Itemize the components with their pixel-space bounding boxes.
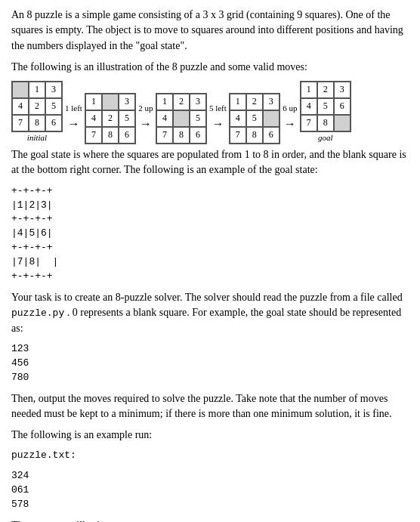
- s3-cell-1: 2: [246, 94, 263, 110]
- step2-grid: 1 2 3 4 5 7 8 6: [156, 93, 207, 144]
- puzzle-illustration: 1 3 4 2 5 7 8 6 initial 1 left → 1 3 4 2…: [11, 81, 409, 144]
- cell-2: 3: [45, 82, 62, 98]
- task-text-1: Your task is to create an 8-puzzle solve…: [11, 292, 403, 303]
- move1-label: 1 left: [65, 103, 82, 115]
- s3-cell-6: 7: [230, 127, 246, 144]
- g-cell-0: 1: [301, 82, 317, 98]
- following-text: The following is an illustration of the …: [11, 60, 409, 75]
- initial-grid-container: 1 3 4 2 5 7 8 6 initial: [11, 81, 63, 144]
- s2-cell-3: 4: [156, 110, 173, 127]
- g-cell-7: 8: [317, 115, 334, 131]
- s2-cell-5: 5: [190, 110, 206, 127]
- s3-cell-5: [263, 110, 279, 127]
- s1-cell-8: 6: [119, 127, 135, 144]
- s1-cell-3: 4: [85, 110, 102, 127]
- move3-label: 5 left: [209, 103, 227, 115]
- s3-cell-3: 4: [230, 110, 246, 127]
- move2-label: 2 up: [138, 103, 153, 115]
- step3-grid-container: 1 2 3 4 5 7 8 6: [229, 93, 280, 144]
- intro-paragraph-2: The following is an illustration of the …: [11, 60, 409, 75]
- following-section: The following is an example run:: [11, 428, 409, 443]
- cell-5: 5: [45, 98, 62, 115]
- initial-grid: 1 3 4 2 5 7 8 6: [11, 81, 63, 132]
- goal-example-section: 123 456 780: [11, 342, 409, 385]
- s2-cell-2: 3: [190, 94, 206, 110]
- move2-arrow: 2 up →: [138, 103, 153, 132]
- s1-cell-7: 8: [102, 127, 119, 144]
- g-cell-5: 6: [334, 98, 351, 115]
- input-example-section: 324 061 578: [11, 469, 409, 512]
- task-text-2: . 0 represents a blank square. For examp…: [11, 307, 401, 334]
- goal-example-code: 123 456 780: [11, 342, 409, 385]
- intro-text-1: An 8 puzzle is a simple game consisting …: [11, 8, 409, 54]
- cell-3: 4: [12, 98, 29, 115]
- s1-cell-0: 1: [85, 94, 102, 110]
- s2-cell-6: 7: [156, 127, 173, 144]
- goal-grid-container: 1 2 3 4 5 6 7 8 goal: [300, 81, 351, 144]
- s2-cell-0: 1: [156, 94, 173, 110]
- cell-6: 7: [12, 115, 29, 131]
- step3-grid: 1 2 3 4 5 7 8 6: [229, 93, 280, 144]
- input-file-label: puzzle.txt:: [11, 449, 409, 463]
- task-filename: puzzle.py: [11, 307, 64, 319]
- move4-label: 6 up: [283, 103, 297, 115]
- program-print-text: The program will print:: [11, 518, 409, 522]
- task-text: Your task is to create an 8-puzzle solve…: [11, 290, 409, 336]
- arrow2-icon: →: [140, 115, 152, 132]
- s1-cell-2: 3: [119, 94, 135, 110]
- output-paragraph: Then, output the moves required to solve…: [11, 391, 409, 422]
- cell-4: 2: [29, 98, 45, 115]
- task-section: Your task is to create an 8-puzzle solve…: [11, 290, 409, 336]
- s3-cell-4: 5: [246, 110, 263, 127]
- s3-cell-7: 8: [246, 127, 263, 144]
- intro-paragraph-1: An 8 puzzle is a simple game consisting …: [11, 8, 409, 54]
- step2-grid-container: 1 2 3 4 5 7 8 6: [156, 93, 207, 144]
- g-cell-6: 7: [301, 115, 317, 131]
- s2-cell-7: 8: [173, 127, 190, 144]
- goal-state-text: The goal state is where the squares are …: [11, 147, 409, 178]
- g-cell-3: 4: [301, 98, 317, 115]
- s2-cell-1: 2: [173, 94, 190, 110]
- s3-cell-8: 6: [263, 127, 279, 144]
- cell-7: 8: [29, 115, 45, 131]
- move1-arrow: 1 left →: [65, 103, 82, 132]
- goal-label: goal: [318, 132, 333, 144]
- cell-0: [12, 82, 29, 98]
- g-cell-1: 2: [317, 82, 334, 98]
- s1-cell-6: 7: [85, 127, 102, 144]
- s1-cell-5: 5: [119, 110, 135, 127]
- output-section: Then, output the moves required to solve…: [11, 391, 409, 422]
- s3-cell-0: 1: [230, 94, 246, 110]
- s3-cell-2: 3: [263, 94, 279, 110]
- move4-arrow: 6 up →: [283, 103, 298, 132]
- goal-state-section: The goal state is where the squares are …: [11, 147, 409, 178]
- s1-cell-1: [102, 94, 119, 110]
- goal-state-code: +-+-+-+ |1|2|3| +-+-+-+ |4|5|6| +-+-+-+ …: [11, 184, 409, 284]
- cell-8: 6: [45, 115, 62, 131]
- move3-arrow: 5 left →: [209, 103, 227, 132]
- cell-1: 1: [29, 82, 45, 98]
- goal-state-code-section: +-+-+-+ |1|2|3| +-+-+-+ |4|5|6| +-+-+-+ …: [11, 184, 409, 284]
- arrow3-icon: →: [212, 115, 224, 132]
- arrow4-icon: →: [284, 115, 296, 132]
- input-example-code: 324 061 578: [11, 469, 409, 512]
- s2-cell-8: 6: [190, 127, 206, 144]
- g-cell-4: 5: [317, 98, 334, 115]
- step1-grid-container: 1 3 4 2 5 7 8 6: [85, 93, 136, 144]
- goal-grid: 1 2 3 4 5 6 7 8: [300, 81, 351, 132]
- g-cell-8: [334, 115, 351, 131]
- input-file-section: puzzle.txt:: [11, 449, 409, 463]
- g-cell-2: 3: [334, 82, 351, 98]
- arrow1-icon: →: [67, 115, 79, 132]
- s1-cell-4: 2: [102, 110, 119, 127]
- following-run-text: The following is an example run:: [11, 428, 409, 443]
- s2-cell-4: [173, 110, 190, 127]
- initial-label: initial: [27, 132, 47, 144]
- program-print-section: The program will print:: [11, 518, 409, 522]
- step1-grid: 1 3 4 2 5 7 8 6: [85, 93, 136, 144]
